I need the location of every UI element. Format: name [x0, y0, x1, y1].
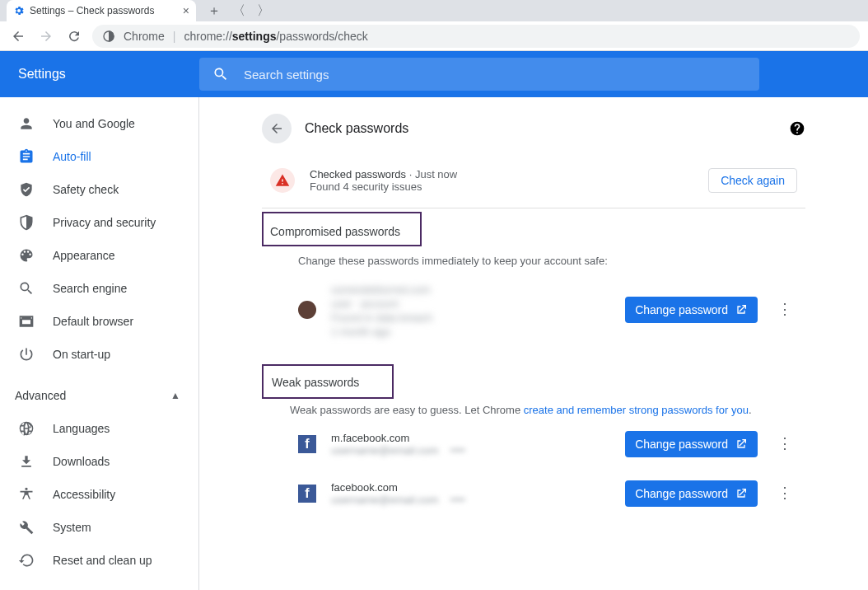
password-info: facebook.com username@email.com •••• — [331, 481, 610, 506]
download-icon — [18, 453, 35, 470]
url-path: /passwords/check — [276, 30, 367, 43]
weak-heading: Weak passwords — [272, 376, 359, 389]
close-icon[interactable]: × — [183, 4, 189, 17]
browser-tab-strip: Settings – Check passwords × ＋ 〈 〉 — [0, 0, 868, 21]
clipboard-icon — [18, 148, 35, 165]
sidebar-item-auto-fill[interactable]: Auto-fill — [0, 140, 198, 173]
open-icon — [735, 487, 748, 500]
settings-title: Settings — [0, 67, 199, 82]
sidebar-item-label: Languages — [53, 422, 110, 435]
change-password-label: Change password — [635, 438, 728, 451]
separator: | — [173, 30, 176, 43]
back-button[interactable] — [8, 26, 28, 46]
sidebar-item-label: System — [53, 521, 91, 534]
settings-header: Settings — [0, 51, 868, 97]
sidebar-item-languages[interactable]: Languages — [0, 412, 198, 445]
sidebar-item-label: Reset and clean up — [53, 554, 152, 567]
sidebar-item-search-engine[interactable]: Search engine — [0, 272, 198, 305]
sidebar-item-on-start-up[interactable]: On start-up — [0, 338, 198, 371]
blurred-site: somesiteblurred.com — [331, 283, 610, 296]
sidebar-item-you-and-google[interactable]: You and Google — [0, 107, 198, 140]
search-input[interactable] — [244, 68, 746, 82]
sidebar-item-downloads[interactable]: Downloads — [0, 445, 198, 478]
page-back-button[interactable] — [262, 114, 292, 143]
blurred-username: username@email.com •••• — [331, 494, 610, 506]
omnibox-prefix: Chrome — [124, 30, 165, 43]
accessibility-icon — [18, 486, 35, 503]
tab-scroll-right[interactable]: 〉 — [257, 2, 270, 20]
status-time: · Just now — [406, 168, 457, 180]
warning-icon — [270, 168, 295, 193]
help-icon[interactable] — [789, 120, 805, 137]
sidebar-item-accessibility[interactable]: Accessibility — [0, 478, 198, 511]
compromised-heading-highlight: Compromised passwords — [262, 212, 422, 246]
sidebar-item-label: Default browser — [53, 315, 133, 328]
sidebar-item-label: Search engine — [53, 282, 127, 295]
main-content[interactable]: Check passwords Checked passwords · Just… — [199, 97, 868, 590]
blurred-detail: user · account — [331, 297, 610, 310]
status-card: Checked passwords · Just now Found 4 sec… — [262, 153, 805, 208]
shield-icon — [18, 214, 35, 231]
sidebar-item-default-browser[interactable]: Default browser — [0, 305, 198, 338]
new-tab-button[interactable]: ＋ — [208, 2, 221, 20]
weak-desc-link[interactable]: create and remember strong passwords for… — [524, 404, 749, 416]
change-password-button[interactable]: Change password — [625, 480, 758, 507]
sidebar-item-label: Privacy and security — [53, 216, 156, 229]
sidebar-item-label: Auto-fill — [53, 150, 91, 163]
compromised-entry: somesiteblurred.com user · account Found… — [262, 270, 805, 349]
gear-icon — [13, 5, 25, 16]
wrench-icon — [18, 519, 35, 536]
site-name: facebook.com — [331, 481, 610, 494]
open-icon — [735, 438, 748, 451]
person-icon — [18, 115, 35, 132]
weak-desc-a: Weak passwords are easy to guess. Let Ch… — [290, 404, 524, 416]
search-icon — [212, 66, 229, 82]
sidebar-item-privacy-and-security[interactable]: Privacy and security — [0, 206, 198, 239]
url-scheme: chrome:// — [184, 30, 231, 43]
sidebar-item-reset-and-clean-up[interactable]: Reset and clean up — [0, 544, 198, 577]
url-host: settings — [232, 30, 277, 43]
forward-button[interactable] — [36, 26, 56, 46]
sidebar: You and GoogleAuto-fillSafety checkPriva… — [0, 97, 199, 590]
site-favicon — [298, 301, 316, 319]
palette-icon — [18, 247, 35, 264]
sidebar-item-system[interactable]: System — [0, 511, 198, 544]
open-icon — [735, 303, 748, 316]
sidebar-item-label: Downloads — [53, 455, 110, 468]
blurred-detail3: 1 month ago — [331, 325, 610, 338]
shieldcheck-icon — [18, 181, 35, 198]
change-password-button[interactable]: Change password — [625, 431, 758, 457]
omnibox-url: chrome://settings/passwords/check — [184, 30, 367, 43]
sidebar-item-safety-check[interactable]: Safety check — [0, 173, 198, 206]
status-text: Checked passwords · Just now Found 4 sec… — [310, 168, 708, 193]
tab-scroll-left[interactable]: 〈 — [232, 2, 245, 20]
password-info: somesiteblurred.com user · account Found… — [331, 282, 610, 338]
more-menu-button[interactable]: ⋮ — [772, 303, 797, 316]
settings-search[interactable] — [199, 58, 759, 91]
check-again-button[interactable]: Check again — [708, 168, 797, 193]
sidebar-item-label: Appearance — [53, 249, 115, 262]
change-password-button[interactable]: Change password — [625, 297, 758, 323]
facebook-icon — [298, 435, 316, 453]
browser-toolbar: Chrome | chrome://settings/passwords/che… — [0, 21, 868, 51]
sidebar-advanced-toggle[interactable]: Advanced▲ — [0, 379, 198, 412]
sidebar-item-appearance[interactable]: Appearance — [0, 239, 198, 272]
sidebar-item-label: You and Google — [53, 117, 135, 130]
status-issues: Found 4 security issues — [310, 180, 708, 193]
page-header: Check passwords — [262, 109, 805, 148]
more-menu-button[interactable]: ⋮ — [772, 487, 797, 499]
compromised-desc: Change these passwords immediately to ke… — [262, 250, 805, 270]
omnibox[interactable]: Chrome | chrome://settings/passwords/che… — [92, 25, 860, 48]
status-checked: Checked passwords — [310, 168, 406, 180]
app-body: You and GoogleAuto-fillSafety checkPriva… — [0, 97, 868, 590]
browser-tab[interactable]: Settings – Check passwords × — [7, 0, 196, 21]
weak-entry: m.facebook.com username@email.com •••• C… — [262, 419, 805, 469]
search-icon — [18, 280, 35, 297]
browser-icon — [18, 313, 35, 330]
weak-desc: Weak passwords are easy to guess. Let Ch… — [262, 399, 805, 419]
tab-title: Settings – Check passwords — [30, 5, 178, 16]
compromised-heading: Compromised passwords — [270, 225, 400, 238]
more-menu-button[interactable]: ⋮ — [772, 438, 797, 450]
reload-button[interactable] — [64, 26, 84, 46]
password-info: m.facebook.com username@email.com •••• — [331, 432, 610, 457]
